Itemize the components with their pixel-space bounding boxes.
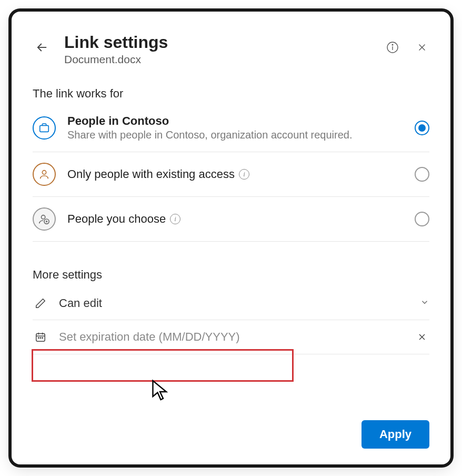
title-block: Link settings Document.docx bbox=[64, 33, 373, 66]
radio-unselected[interactable] bbox=[415, 167, 429, 182]
option-title: People in Contoso bbox=[67, 114, 403, 128]
option-text: People you choose i bbox=[67, 212, 403, 226]
dialog-subtitle: Document.docx bbox=[64, 53, 373, 66]
option-people-you-choose[interactable]: People you choose i bbox=[33, 197, 429, 242]
dialog-footer: Apply bbox=[33, 410, 429, 449]
calendar-icon bbox=[33, 331, 48, 343]
close-icon bbox=[417, 332, 427, 342]
radio-selected[interactable] bbox=[415, 121, 429, 135]
option-existing-access[interactable]: Only people with existing access i bbox=[33, 152, 429, 197]
works-for-label: The link works for bbox=[33, 87, 429, 101]
permission-label: Can edit bbox=[59, 296, 409, 310]
svg-point-4 bbox=[42, 171, 46, 174]
apply-button[interactable]: Apply bbox=[361, 420, 429, 449]
info-button[interactable] bbox=[385, 40, 400, 55]
dialog-header: Link settings Document.docx bbox=[33, 33, 429, 66]
header-actions bbox=[385, 40, 429, 55]
option-title: People you choose i bbox=[67, 212, 403, 226]
link-scope-options: People in Contoso Share with people in C… bbox=[33, 110, 429, 242]
person-add-icon bbox=[33, 207, 56, 231]
option-text: Only people with existing access i bbox=[67, 167, 403, 181]
svg-point-13 bbox=[38, 338, 39, 338]
expiration-placeholder: Set expiration date (MM/DD/YYYY) bbox=[59, 330, 404, 344]
clear-expiration-button[interactable] bbox=[415, 330, 429, 344]
svg-point-5 bbox=[42, 215, 45, 219]
option-people-in-org[interactable]: People in Contoso Share with people in C… bbox=[33, 110, 429, 152]
close-icon bbox=[416, 42, 428, 53]
permission-dropdown[interactable]: Can edit bbox=[33, 287, 429, 320]
info-icon[interactable]: i bbox=[170, 214, 180, 224]
svg-point-15 bbox=[42, 338, 43, 338]
person-icon bbox=[33, 163, 56, 186]
svg-point-14 bbox=[40, 338, 41, 338]
svg-point-2 bbox=[392, 44, 393, 45]
option-title: Only people with existing access i bbox=[67, 167, 403, 181]
expiration-date-row[interactable]: Set expiration date (MM/DD/YYYY) bbox=[33, 320, 429, 354]
radio-unselected[interactable] bbox=[415, 212, 429, 226]
briefcase-icon bbox=[33, 116, 56, 140]
back-button[interactable] bbox=[33, 38, 52, 57]
option-text: People in Contoso Share with people in C… bbox=[67, 114, 403, 141]
more-settings-label: More settings bbox=[33, 268, 429, 282]
link-settings-dialog: Link settings Document.docx The link wor… bbox=[12, 12, 450, 464]
option-desc: Share with people in Contoso, organizati… bbox=[67, 129, 403, 141]
close-button[interactable] bbox=[415, 40, 429, 55]
svg-rect-3 bbox=[40, 125, 49, 132]
pencil-icon bbox=[33, 298, 48, 309]
info-icon bbox=[386, 41, 399, 54]
dialog-title: Link settings bbox=[64, 33, 373, 52]
chevron-down-icon bbox=[420, 298, 429, 309]
arrow-left-icon bbox=[35, 40, 49, 55]
info-icon[interactable]: i bbox=[239, 169, 249, 180]
